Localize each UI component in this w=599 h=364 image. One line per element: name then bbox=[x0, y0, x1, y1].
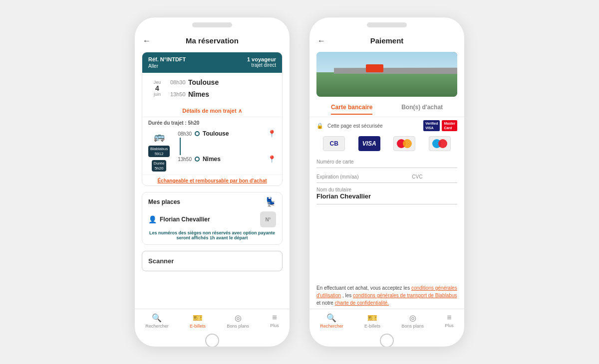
mastercard-secure-badge: MasterCard bbox=[442, 120, 457, 131]
verified-by-visa-badge: VerifiedVISA bbox=[423, 120, 440, 131]
payment-form: Numéro de carte Expiration (mm/aa) CVC N… bbox=[309, 155, 464, 280]
nav-label-bonsplans: Bons plans bbox=[227, 324, 249, 329]
name-value: Florian Chevallier bbox=[316, 192, 457, 200]
search-2-icon: 🔍 bbox=[326, 313, 336, 323]
terms-suffix: et notre bbox=[316, 300, 333, 306]
bottom-nav-1: 🔍 Rechercher 🎫 E-billets ◎ Bons plans ≡ … bbox=[135, 309, 290, 335]
nav-label-rechercher: Rechercher bbox=[145, 324, 169, 329]
exchange-text[interactable]: Échangeable et remboursable par bon d'ac… bbox=[142, 175, 282, 185]
stop2-city: Nîmes bbox=[203, 156, 221, 163]
expiration-field[interactable]: Expiration (mm/aa) bbox=[316, 174, 407, 181]
tab-carte-bancaire[interactable]: Carte bancaire bbox=[331, 104, 372, 115]
bridge-scene bbox=[316, 52, 457, 97]
reservation-direction: Aller bbox=[148, 63, 186, 69]
voyageur-count: 1 voyageur bbox=[247, 56, 276, 62]
visa-logo: VISA bbox=[358, 136, 380, 151]
stop-arrival: 13h50 Nîmes 📍 bbox=[178, 155, 276, 163]
cvc-field[interactable]: CVC bbox=[412, 174, 457, 181]
terms-link-transport[interactable]: conditions générales de transport de Bla… bbox=[353, 293, 457, 298]
menu-icon: ≡ bbox=[272, 313, 277, 322]
cvc-label: CVC bbox=[412, 174, 457, 180]
phone-1: ← Ma réservation Réf. N°INTDFT Aller 1 v… bbox=[135, 17, 290, 347]
nav2-label-ebillets: E-billets bbox=[364, 324, 380, 329]
stop2-time: 13h50 bbox=[178, 157, 192, 162]
menu-2-icon: ≡ bbox=[447, 313, 451, 322]
phone-1-content: ← Ma réservation Réf. N°INTDFT Aller 1 v… bbox=[135, 32, 290, 335]
passenger-name: Florian Chevallier bbox=[160, 216, 210, 223]
stop1-city: Toulouse bbox=[203, 130, 229, 137]
back-arrow-icon[interactable]: ← bbox=[143, 36, 151, 45]
payment-tabs: Carte bancaire Bon(s) d'achat bbox=[309, 100, 464, 117]
scanner-button[interactable]: Scanner bbox=[142, 251, 283, 271]
seat-icon: 💺 bbox=[265, 196, 276, 207]
phone-1-notch bbox=[192, 22, 232, 27]
maestro-logo bbox=[429, 136, 451, 151]
nav2-rechercher[interactable]: 🔍 Rechercher bbox=[320, 313, 343, 329]
mc-orange-circle bbox=[403, 139, 412, 148]
card-logos: CB VISA bbox=[309, 134, 464, 155]
stops-container: 08h30 Toulouse 📍 13h50 Nîmes 📍 bbox=[178, 130, 276, 163]
date-box: Jeu 4 juin bbox=[148, 80, 166, 97]
cb-logo: CB bbox=[323, 136, 345, 151]
details-expanded: Durée du trajet : 5h20 🚌 Blablabus5912 D… bbox=[142, 117, 282, 175]
arrival-row: 13h50 Nîmes bbox=[170, 90, 219, 98]
nav2-bonsplans[interactable]: ◎ Bons plans bbox=[401, 313, 424, 329]
phone-2-top bbox=[309, 17, 464, 32]
name-field: Nom du titulaire Florian Chevallier bbox=[316, 185, 457, 204]
card-number-label: Numéro de carte bbox=[316, 159, 457, 165]
terms-prefix: En effectuant cet achat, vous acceptez l… bbox=[316, 285, 410, 291]
bus-name: Blablabus5912 bbox=[148, 146, 170, 157]
reservation-body: Jeu 4 juin 08h30 Toulouse 13h50 Nîmes bbox=[142, 73, 282, 104]
tab-bons-achat[interactable]: Bon(s) d'achat bbox=[401, 104, 443, 115]
phone-1-home bbox=[135, 335, 290, 347]
red-bus bbox=[366, 64, 383, 72]
home-circle bbox=[205, 334, 219, 347]
nav2-label-plus: Plus bbox=[445, 323, 454, 328]
nav-label-ebillets: E-billets bbox=[190, 324, 206, 329]
phone-2-notch bbox=[367, 22, 407, 27]
location-pin-1: 📍 bbox=[268, 130, 276, 138]
nav2-plus[interactable]: ≡ Plus bbox=[445, 313, 454, 329]
passenger-row: 👤 Florian Chevallier N° bbox=[148, 211, 276, 227]
terms-link-privacy[interactable]: charte de confidentialité. bbox=[335, 300, 389, 306]
passenger-icon: 👤 bbox=[148, 215, 157, 223]
arrive-city: Nîmes bbox=[188, 90, 209, 98]
phone-2-content: ← Paiement Carte bancaire Bon(s) d'achat bbox=[309, 32, 464, 335]
journey-row: Jeu 4 juin 08h30 Toulouse 13h50 Nîmes bbox=[148, 78, 276, 98]
phone-1-top bbox=[135, 17, 290, 32]
nav-ebillets[interactable]: 🎫 E-billets bbox=[190, 313, 206, 329]
maestro-red-circle bbox=[438, 139, 447, 148]
phone-2-header: ← Paiement bbox=[309, 32, 464, 49]
home-circle-2 bbox=[380, 334, 394, 347]
passenger-info: 👤 Florian Chevallier bbox=[148, 215, 210, 223]
details-toggle-label[interactable]: Détails de mon trajet ∧ bbox=[182, 108, 242, 114]
card-number-field[interactable]: Numéro de carte bbox=[316, 155, 457, 168]
line-connector bbox=[180, 138, 181, 155]
nav2-ebillets[interactable]: 🎫 E-billets bbox=[364, 313, 380, 329]
seats-notice: Les numéros des sièges non réservés avec… bbox=[148, 230, 276, 240]
nav-bonsplans[interactable]: ◎ Bons plans bbox=[227, 313, 249, 329]
reservation-ref: Réf. N°INTDFT bbox=[148, 56, 186, 62]
nav-rechercher[interactable]: 🔍 Rechercher bbox=[145, 313, 169, 329]
expiration-label: Expiration (mm/aa) bbox=[316, 174, 407, 180]
payment-image bbox=[316, 52, 457, 97]
trip-detail: 🚌 Blablabus5912 Durée5h20 08h30 Toulouse… bbox=[148, 130, 276, 172]
seats-header: Mes places 💺 bbox=[148, 196, 276, 207]
departure-row: 08h30 Toulouse bbox=[170, 78, 219, 86]
nav2-label-rechercher: Rechercher bbox=[320, 324, 343, 329]
reservation-card: Réf. N°INTDFT Aller 1 voyageur trajet di… bbox=[142, 52, 283, 186]
duration-label: Durée du trajet : 5h20 bbox=[148, 120, 276, 126]
bus-icon: 🚌 bbox=[151, 130, 167, 144]
seats-title: Mes places bbox=[148, 198, 180, 205]
nav-plus[interactable]: ≡ Plus bbox=[270, 313, 279, 329]
back-arrow-2-icon[interactable]: ← bbox=[317, 36, 325, 45]
details-toggle[interactable]: Détails de mon trajet ∧ bbox=[142, 104, 282, 117]
date-day: 4 bbox=[148, 85, 166, 92]
phones-container: ← Ma réservation Réf. N°INTDFT Aller 1 v… bbox=[0, 7, 599, 357]
trajet-type: trajet direct bbox=[247, 62, 276, 68]
bottom-nav-2: 🔍 Rechercher 🎫 E-billets ◎ Bons plans ≡ … bbox=[309, 309, 464, 335]
security-text: Cette page est sécurisée bbox=[327, 123, 419, 129]
search-icon: 🔍 bbox=[152, 313, 162, 323]
nav-label-plus: Plus bbox=[270, 323, 279, 328]
stop2-dot bbox=[195, 157, 200, 162]
